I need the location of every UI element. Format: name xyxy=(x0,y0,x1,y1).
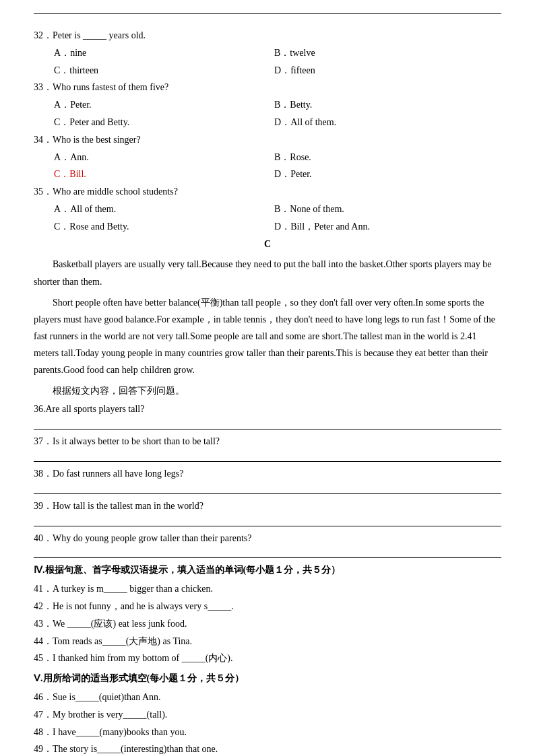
q34-optC: C．Bill. xyxy=(34,166,268,182)
q45: 45．I thanked him from my bottom of _____… xyxy=(34,650,501,666)
q34-num: 34． xyxy=(34,132,53,148)
q34-optD: D．Peter. xyxy=(268,166,501,182)
top-divider xyxy=(34,13,501,14)
question-35: 35． Who are middle school students? xyxy=(34,184,501,200)
open-q39: 39．How tall is the tallest man in the wo… xyxy=(34,498,501,526)
open-q38: 38．Do fast runners all have long legs? xyxy=(34,466,501,494)
q37-text: 37．Is it always better to be short than … xyxy=(34,434,501,450)
q47: 47．My brother is very_____(tall). xyxy=(34,707,501,723)
q40-text: 40．Why do young people grow taller than … xyxy=(34,530,501,547)
q35-optA: A．All of them. xyxy=(34,201,268,217)
q35-options: A．All of them. B．None of them. xyxy=(34,201,501,217)
q33-num: 33． xyxy=(34,79,53,96)
q35-optC: C．Rose and Betty. xyxy=(34,219,268,235)
q41: 41．A turkey is m_____ bigger than a chic… xyxy=(34,581,501,597)
q33-optD: D．All of them. xyxy=(268,114,501,131)
section-v-header: Ⅴ.用所给词的适当形式填空(每小题１分，共５分） xyxy=(34,671,501,687)
q36-text: 36.Are all sports players tall? xyxy=(34,401,501,417)
question-32: 32． Peter is _____ years old. xyxy=(34,28,501,44)
q35-optD: D．Bill，Peter and Ann. xyxy=(268,219,501,235)
q34-optB: B．Rose. xyxy=(268,149,501,166)
question-34: 34． Who is the best singer? xyxy=(34,132,501,148)
q33-options: A．Peter. B．Betty. xyxy=(34,97,501,113)
q40-answer-line xyxy=(34,546,501,558)
open-q40: 40．Why do young people grow taller than … xyxy=(34,530,501,559)
q33-optB: B．Betty. xyxy=(268,97,501,113)
q38-text: 38．Do fast runners all have long legs? xyxy=(34,466,501,482)
q35-options-cd: C．Rose and Betty. D．Bill，Peter and Ann. xyxy=(34,219,501,235)
q35-num: 35． xyxy=(34,184,53,200)
q47-my-brother: My brother xyxy=(53,710,95,720)
q48: 48．I have_____(many)books than you. xyxy=(34,724,501,741)
q34-options-cd: C．Bill. D．Peter. xyxy=(34,166,501,182)
q42: 42．He is not funny，and he is always very… xyxy=(34,598,501,615)
passage-paragraph2: Short people often have better balance(平… xyxy=(34,294,501,379)
q36-answer-line xyxy=(34,417,501,429)
passage-prompt: 根据短文内容，回答下列问题。 xyxy=(34,383,501,399)
q49: 49．The story is_____(interesting)than th… xyxy=(34,741,501,756)
q43: 43．We _____(应该) eat less junk food. xyxy=(34,616,501,632)
q46: 46．Sue is_____(quiet)than Ann. xyxy=(34,689,501,706)
q39-text: 39．How tall is the tallest man in the wo… xyxy=(34,498,501,514)
mcq-section: 32． Peter is _____ years old. A．nine B．t… xyxy=(34,28,501,252)
q38-answer-line xyxy=(34,482,501,494)
answer-c: C xyxy=(34,236,501,252)
q32-optA: A．nine xyxy=(34,45,268,61)
q33-optC: C．Peter and Betty. xyxy=(34,114,268,131)
q34-options: A．Ann. B．Rose. xyxy=(34,149,501,166)
q32-num: 32． xyxy=(34,28,53,44)
q47-rest: is very_____(tall). xyxy=(95,710,167,720)
section-iv-header: Ⅳ.根据句意、首字母或汉语提示，填入适当的单词(每小题１分，共５分） xyxy=(34,562,501,578)
q32-text: Peter is _____ years old. xyxy=(53,28,146,44)
q44: 44．Tom reads as_____(大声地) as Tina. xyxy=(34,633,501,650)
open-q36: 36.Are all sports players tall? xyxy=(34,401,501,429)
open-q37: 37．Is it always better to be short than … xyxy=(34,434,501,462)
q33-optA: A．Peter. xyxy=(34,97,268,113)
q34-optA: A．Ann. xyxy=(34,149,268,166)
q37-answer-line xyxy=(34,450,501,462)
passage-paragraph1: Basketball players are usually very tall… xyxy=(34,256,501,289)
q32-optB: B．twelve xyxy=(268,45,501,61)
q33-options-cd: C．Peter and Betty. D．All of them. xyxy=(34,114,501,131)
q47-text-static: 47． xyxy=(34,710,53,720)
q34-text: Who is the best singer? xyxy=(53,132,141,148)
q39-answer-line xyxy=(34,514,501,526)
q32-options-cd: C．thirteen D．fifteen xyxy=(34,63,501,79)
q33-text: Who runs fastest of them five? xyxy=(53,79,168,96)
q32-optC: C．thirteen xyxy=(34,63,268,79)
q32-options: A．nine B．twelve xyxy=(34,45,501,61)
q32-optD: D．fifteen xyxy=(268,63,501,79)
q35-text: Who are middle school students? xyxy=(53,184,178,200)
q35-optB: B．None of them. xyxy=(268,201,501,217)
question-33: 33． Who runs fastest of them five? xyxy=(34,79,501,96)
